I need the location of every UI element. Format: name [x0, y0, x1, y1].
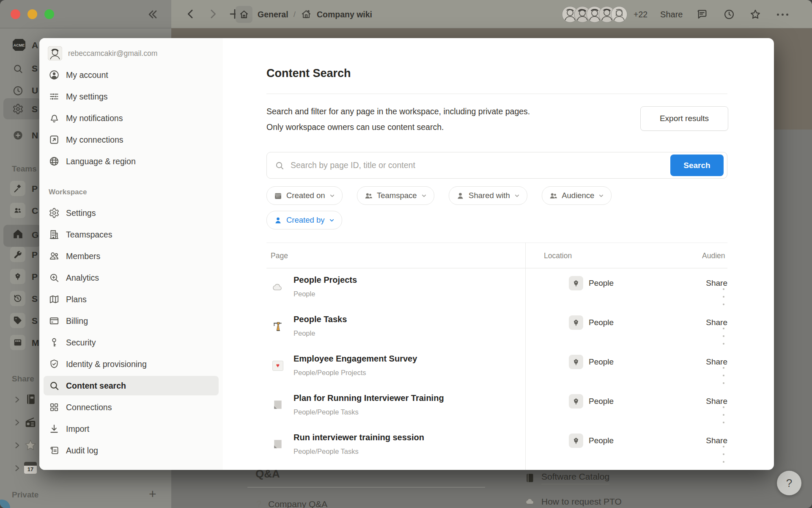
menu-item-identity-provisioning[interactable]: Identity & provisioning [44, 354, 219, 374]
teamspace-flower-icon [569, 355, 583, 369]
filter-shared-with[interactable]: Shared with [449, 186, 527, 205]
menu-item-connections[interactable]: Connections [44, 398, 219, 417]
teamspace-label[interactable]: P [32, 184, 38, 194]
favorite-star-icon[interactable] [749, 8, 761, 20]
export-results-button[interactable]: Export results [640, 106, 728, 131]
expand-chevron-icon[interactable] [13, 418, 21, 428]
menu-item-content-search[interactable]: Content search [44, 376, 219, 395]
shared-section-label[interactable]: Share [12, 374, 34, 384]
teamspace-label[interactable]: M [32, 338, 39, 348]
radio-page-icon[interactable] [24, 416, 37, 431]
sidebar-new-page-icon[interactable] [12, 130, 24, 143]
menu-item-my-notifications[interactable]: My notifications [44, 108, 219, 128]
sidebar-item-label[interactable]: N [32, 130, 38, 141]
search-plus-icon [49, 272, 60, 283]
menu-item-import[interactable]: Import [44, 419, 219, 439]
menu-item-security[interactable]: Security [44, 333, 219, 352]
teamspace-label[interactable]: P [32, 272, 38, 282]
add-private-page-icon[interactable]: + [149, 487, 156, 501]
teamspace-people-icon[interactable] [10, 203, 25, 218]
sidebar-item-label[interactable]: S [32, 64, 38, 74]
help-button[interactable]: ? [777, 471, 801, 495]
breadcrumb-page[interactable]: Company wiki [317, 10, 372, 19]
column-header-audience[interactable]: Audien [702, 251, 727, 260]
table-row[interactable]: People Projects People [266, 268, 727, 307]
close-window-button[interactable] [11, 9, 20, 19]
teamspace-home-icon[interactable] [12, 228, 24, 242]
home-button[interactable] [236, 6, 252, 23]
notebook-page-icon[interactable] [25, 393, 37, 407]
table-row[interactable]: ♥ Employee Engagement Survey People/Peop… [266, 347, 727, 386]
menu-item-billing[interactable]: Billing [44, 311, 219, 331]
filter-created-by-active[interactable]: Created by [266, 211, 355, 229]
company-qa-link[interactable]: ? Company Q&A [256, 499, 327, 508]
share-button[interactable]: Share [660, 10, 683, 19]
updates-clock-icon[interactable] [723, 8, 735, 20]
table-row[interactable]: Plan for Running Interviewer Training Pe… [266, 386, 727, 425]
teams-section-label[interactable]: Teams [12, 164, 37, 174]
zoom-window-button[interactable] [44, 9, 54, 19]
teamspace-label[interactable]: P [32, 250, 38, 260]
row-more-options-icon[interactable] [722, 442, 727, 465]
menu-item-language-region[interactable]: Language & region [44, 152, 219, 171]
teamspace-flower-icon[interactable] [10, 269, 25, 284]
teamspace-label[interactable]: C [32, 206, 38, 216]
menu-item-settings[interactable]: Settings [44, 203, 219, 223]
breadcrumb-workspace[interactable]: General [258, 10, 288, 19]
calendar-page-icon[interactable]: 17 [24, 462, 37, 474]
comments-icon[interactable] [696, 8, 708, 20]
workspace-logo[interactable]: ACME [11, 37, 27, 53]
table-row[interactable]: People Tasks People [266, 307, 727, 347]
avatar-stack[interactable] [562, 6, 628, 23]
search-button[interactable]: Search [670, 155, 724, 176]
software-catalog-link[interactable]: Software Catalog [524, 472, 609, 484]
star-page-icon[interactable] [24, 439, 37, 454]
filter-teamspace[interactable]: Teamspace [357, 186, 434, 205]
private-section-label[interactable]: Private [12, 490, 38, 500]
menu-item-my-connections[interactable]: My connections [44, 130, 219, 149]
teamspace-label[interactable]: S [32, 294, 38, 304]
teamspace-tag-icon[interactable] [10, 313, 25, 328]
more-options-icon[interactable] [776, 11, 790, 18]
row-more-options-icon[interactable] [722, 324, 727, 347]
avatar-overflow-count[interactable]: +22 [634, 10, 647, 19]
sidebar-item-label[interactable]: U [32, 86, 38, 96]
expand-chevron-icon[interactable] [13, 464, 21, 474]
teamspace-history-icon[interactable] [10, 291, 25, 306]
table-row[interactable]: Run interviewer training session People/… [266, 425, 727, 465]
menu-item-members[interactable]: Members [44, 246, 219, 266]
chevron-down-icon [598, 193, 604, 199]
back-icon[interactable] [184, 8, 197, 20]
filter-audience[interactable]: Audience [542, 186, 612, 205]
column-header-page[interactable]: Page [271, 251, 288, 260]
teamspace-wrench-icon[interactable] [10, 247, 25, 262]
sidebar-updates-icon[interactable] [12, 85, 24, 98]
expand-chevron-icon[interactable] [13, 395, 21, 406]
workspace-name[interactable]: A [32, 40, 38, 50]
sidebar-search-icon[interactable] [12, 63, 24, 76]
sidebar-settings-icon[interactable] [12, 103, 24, 116]
teamspace-label[interactable]: S [32, 316, 38, 326]
teamspace-board-icon[interactable] [10, 335, 25, 350]
expand-chevron-icon[interactable] [13, 441, 21, 451]
menu-item-my-settings[interactable]: My settings [44, 87, 219, 106]
menu-item-teamspaces[interactable]: Teamspaces [44, 225, 219, 244]
row-more-options-icon[interactable] [722, 403, 727, 426]
menu-item-my-account[interactable]: My account [44, 65, 219, 85]
row-more-options-icon[interactable] [722, 285, 727, 308]
teamspace-label[interactable]: G [32, 230, 38, 240]
bell-icon [49, 113, 60, 124]
forward-icon[interactable] [206, 8, 219, 20]
menu-item-audit-log[interactable]: Audit log [44, 441, 219, 460]
menu-item-analytics[interactable]: Analytics [44, 268, 219, 287]
menu-item-plans[interactable]: Plans [44, 290, 219, 309]
sidebar-item-label[interactable]: S [32, 104, 38, 114]
collapse-sidebar-icon[interactable] [146, 8, 159, 23]
request-pto-link[interactable]: How to request PTO [524, 496, 622, 507]
row-more-options-icon[interactable] [722, 364, 727, 387]
column-header-location[interactable]: Location [544, 251, 572, 260]
teamspace-hammer-icon[interactable] [10, 181, 25, 196]
search-input[interactable] [290, 160, 670, 171]
minimize-window-button[interactable] [27, 9, 37, 19]
filter-created-on[interactable]: Created on [266, 186, 343, 205]
